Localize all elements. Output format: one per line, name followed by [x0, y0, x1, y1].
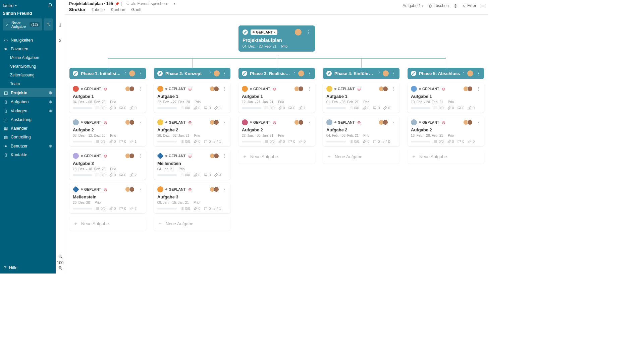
new-task-button[interactable]: ＋Neue Aufgabe — [154, 217, 230, 231]
status-pill[interactable]: GEPLANT — [419, 120, 439, 124]
avatars[interactable] — [126, 187, 135, 192]
nav-aufgaben[interactable]: ▯Aufgaben⊕ — [0, 97, 56, 106]
task-card[interactable]: GEPLANT ⊖ ⋮ Aufgabe 3 09. Jan. - 15. Jan… — [154, 183, 230, 213]
more-icon[interactable]: ⋮ — [222, 153, 227, 159]
nav-kalender[interactable]: ▦Kalender — [0, 124, 56, 133]
new-task-button[interactable]: ＋Neue Aufgabe — [238, 149, 315, 164]
status-pill[interactable]: GEPLANT — [334, 87, 355, 91]
no-entry-icon[interactable]: ⊖ — [357, 120, 361, 125]
edit-icon[interactable] — [411, 71, 416, 76]
avatars[interactable] — [211, 86, 219, 92]
task-card[interactable]: GEPLANT ⊖ ⋮ Aufgabe 1 10. Feb. - 20. Feb… — [408, 82, 484, 113]
avatars[interactable] — [380, 120, 388, 125]
root-project-card[interactable]: GEPLANT▾ ⋮ Projektablaufplan 04. Dez. - … — [238, 25, 315, 52]
more-icon[interactable]: ⋮ — [391, 71, 396, 76]
more-icon[interactable]: ⋮ — [138, 120, 143, 125]
edit-icon[interactable] — [243, 29, 248, 35]
tab-struktur[interactable]: Struktur — [69, 7, 86, 13]
nav-projekte[interactable]: ◫Projekte⊕ — [0, 88, 56, 97]
status-pill[interactable]: GEPLANT — [165, 154, 185, 158]
status-pill[interactable]: GEPLANT — [81, 154, 101, 158]
nav-verantwortung[interactable]: Verantwortung — [0, 62, 56, 71]
nav-team[interactable]: Team — [0, 79, 56, 88]
more-icon[interactable]: ⋮ — [138, 153, 143, 159]
no-entry-icon[interactable]: ⊖ — [357, 86, 361, 92]
avatars[interactable] — [465, 120, 473, 125]
gear-icon[interactable] — [481, 3, 485, 8]
status-pill[interactable]: GEPLANT — [165, 187, 185, 191]
task-card[interactable]: GEPLANT ⊖ ⋮ Aufgabe 3 13. Dez. - 18. Dez… — [69, 149, 146, 180]
add-icon[interactable] — [453, 3, 458, 8]
task-card[interactable]: GEPLANT ⊖ ⋮ Aufgabe 1 12. Jan. - 21. Jan… — [238, 82, 315, 113]
edit-icon[interactable] — [157, 71, 163, 76]
edit-icon[interactable] — [242, 71, 247, 76]
status-pill[interactable]: GEPLANT — [81, 120, 101, 124]
plus-icon[interactable]: ⊕ — [49, 108, 52, 113]
avatars[interactable] — [211, 187, 219, 192]
edit-icon[interactable] — [73, 71, 78, 76]
task-card[interactable]: GEPLANT ⊖ ⋮ Aufgabe 2 16. Feb. - 28. Feb… — [408, 116, 484, 146]
tab-tabelle[interactable]: Tabelle — [92, 7, 105, 13]
more-icon[interactable]: ⋮ — [222, 71, 227, 76]
more-icon[interactable]: ⋮ — [222, 187, 227, 192]
delete-button[interactable]: Löschen — [428, 3, 449, 8]
avatar[interactable] — [214, 70, 220, 76]
new-task-button[interactable]: ＋Neue Aufgabe — [323, 149, 399, 164]
more-icon[interactable]: ⋮ — [391, 120, 396, 125]
zoom-out-icon[interactable] — [58, 266, 63, 272]
collapse-icon[interactable]: ˄ — [463, 72, 465, 75]
no-entry-icon[interactable]: ⊖ — [104, 154, 107, 159]
no-entry-icon[interactable]: ⊖ — [104, 86, 107, 92]
new-task-button[interactable]: ＋Neue Aufgabe — [69, 217, 146, 231]
task-card[interactable]: GEPLANT ⊖ ⋮ Meilenstein 04. Jan. 21Prio … — [154, 149, 230, 180]
avatars[interactable] — [126, 120, 135, 125]
status-pill[interactable]: GEPLANT — [250, 120, 270, 124]
avatar[interactable] — [129, 70, 135, 76]
plus-icon[interactable]: ⊕ — [49, 90, 52, 95]
avatars[interactable] — [465, 86, 473, 92]
avatars[interactable] — [126, 153, 135, 159]
task-card[interactable]: GEPLANT ⊖ ⋮ Aufgabe 2 22. Jan. - 30. Jan… — [238, 116, 315, 146]
plus-icon[interactable]: ⊕ — [49, 143, 52, 148]
nav-benutzer[interactable]: ⚭Benutzer⊕ — [0, 141, 56, 150]
avatars[interactable] — [296, 86, 304, 92]
task-card[interactable]: GEPLANT ⊖ ⋮ Aufgabe 1 04. Dez. - 08. Dez… — [69, 82, 146, 113]
more-icon[interactable]: ⋮ — [138, 187, 143, 192]
avatar[interactable] — [383, 70, 389, 76]
task-card[interactable]: GEPLANT ⊖ ⋮ Aufgabe 2 04. Feb. - 06. Feb… — [323, 116, 399, 146]
avatars[interactable] — [380, 86, 388, 92]
task-card[interactable]: GEPLANT ⊖ ⋮ Aufgabe 1 01. Feb. - 03. Feb… — [323, 82, 399, 113]
status-pill[interactable]: GEPLANT — [81, 87, 101, 91]
zoom-in-icon[interactable] — [58, 254, 63, 260]
task-card[interactable]: GEPLANT ⊖ ⋮ Aufgabe 2 28. Dez. - 02. Jan… — [154, 116, 230, 146]
status-pill[interactable]: GEPLANT — [165, 120, 185, 124]
no-entry-icon[interactable]: ⊖ — [273, 86, 276, 92]
nav-auslastung[interactable]: ⫾Auslastung — [0, 115, 56, 124]
help-button[interactable]: ?Hilfe — [0, 262, 56, 274]
filter-button[interactable]: Filter — [462, 3, 476, 8]
no-entry-icon[interactable]: ⊖ — [188, 154, 192, 159]
tab-kanban[interactable]: Kanban — [111, 7, 125, 13]
avatars[interactable] — [211, 153, 219, 159]
more-icon[interactable]: ⋮ — [476, 120, 481, 125]
status-pill[interactable]: GEPLANT — [334, 120, 355, 124]
avatar[interactable] — [298, 70, 304, 76]
collapse-icon[interactable]: ˄ — [378, 72, 380, 75]
nav-controlling[interactable]: ▤Controlling — [0, 133, 56, 141]
more-icon[interactable]: ⋮ — [138, 86, 143, 92]
nav-kontakte[interactable]: ▯Kontakte — [0, 150, 56, 159]
collapse-icon[interactable]: ˄ — [125, 72, 126, 75]
phase-header[interactable]: Phase 3: Realisier… ˄ ⋮ — [238, 68, 315, 79]
tab-gantt[interactable]: Gantt — [131, 7, 142, 13]
search-button[interactable] — [44, 18, 53, 31]
no-entry-icon[interactable]: ⊖ — [442, 120, 445, 125]
no-entry-icon[interactable]: ⊖ — [104, 120, 107, 125]
collapse-icon[interactable]: ˄ — [209, 72, 211, 75]
avatar[interactable] — [467, 70, 473, 76]
no-entry-icon[interactable]: ⊖ — [188, 86, 192, 92]
phase-header[interactable]: Phase 1: Initialisie… ˄ ⋮ — [69, 68, 146, 79]
no-entry-icon[interactable]: ⊖ — [104, 187, 107, 192]
more-icon[interactable]: ⋮ — [306, 29, 311, 35]
task-card[interactable]: GEPLANT ⊖ ⋮ Meilenstein 20. Dez. 20Prio … — [69, 183, 146, 213]
nav-meine[interactable]: Meine Aufgaben — [0, 53, 56, 62]
